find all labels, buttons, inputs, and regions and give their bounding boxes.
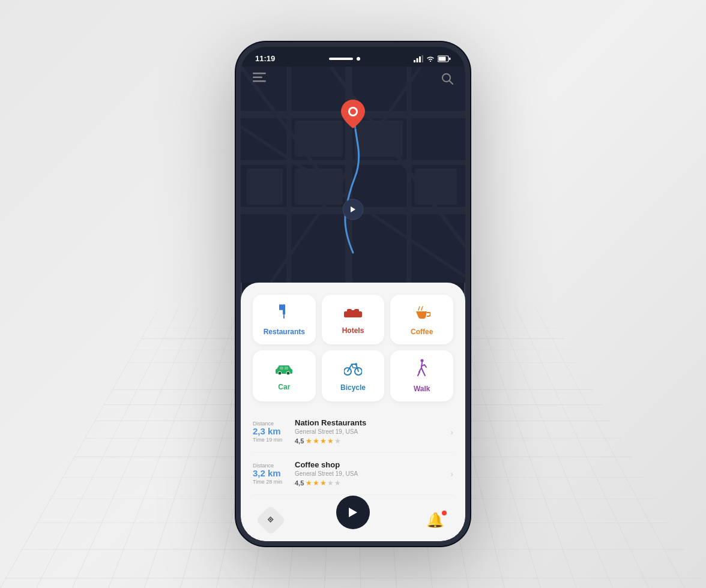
car-icon (274, 361, 294, 379)
svg-rect-35 (283, 315, 285, 319)
battery-icon (438, 55, 451, 62)
svg-point-49 (270, 518, 272, 520)
svg-point-41 (278, 371, 282, 375)
car-label: Car (278, 383, 290, 391)
map-area (241, 67, 465, 283)
menu-icon[interactable] (253, 73, 266, 87)
svg-rect-2 (419, 56, 421, 62)
category-car[interactable]: Car (253, 350, 316, 401)
coffee-label: Coffee (411, 328, 433, 336)
hotels-icon (343, 304, 363, 323)
place-name: Coffee shop (295, 460, 445, 469)
notch-bar (329, 58, 353, 60)
svg-rect-34 (281, 304, 283, 310)
star-5: ★ (334, 479, 341, 487)
phone-mockup: 11:19 (236, 42, 470, 546)
play-button[interactable] (336, 496, 370, 529)
signal-icon (414, 55, 423, 62)
phone-body: 11:19 (236, 42, 470, 546)
chevron-icon: › (445, 469, 453, 479)
route-nav-button[interactable] (259, 508, 283, 532)
star-2: ★ (313, 479, 319, 487)
svg-point-42 (286, 371, 290, 375)
category-bicycle[interactable]: Bicycle (322, 350, 385, 401)
status-bar: 11:19 (241, 47, 465, 67)
svg-point-29 (350, 109, 356, 115)
bicycle-label: Bicycle (340, 383, 366, 392)
rating-number: 4,5 (295, 479, 304, 487)
status-time: 11:19 (255, 54, 275, 63)
rating-number: 4,5 (295, 437, 304, 445)
place-address: General Street 19, USA (295, 428, 445, 435)
search-icon[interactable] (441, 73, 453, 87)
star-4: ★ (327, 437, 334, 445)
bell-nav-button[interactable]: 🔔 (423, 508, 447, 532)
stars-container: ★★★★★ (306, 479, 341, 487)
notch-dot (357, 57, 360, 61)
svg-point-48 (420, 359, 423, 362)
svg-rect-20 (415, 169, 457, 205)
place-info: Nation Restaurants General Street 19, US… (295, 418, 445, 445)
notification-badge (442, 511, 447, 515)
svg-rect-21 (247, 169, 283, 205)
place-item-coffee-shop[interactable]: Distance 3,2 km Time 28 min Coffee shop … (253, 453, 453, 495)
bicycle-icon (344, 360, 362, 380)
svg-rect-23 (253, 77, 262, 79)
place-address: General Street 19, USA (295, 470, 445, 477)
distance-value: 3,2 km (253, 469, 289, 479)
phone-screen: 11:19 (241, 47, 465, 541)
svg-rect-19 (295, 169, 343, 205)
bell-wrapper: 🔔 (426, 512, 444, 529)
place-distance: Distance 3,2 km Time 28 min (253, 463, 295, 485)
svg-rect-3 (422, 55, 424, 62)
category-coffee[interactable]: Coffee (390, 295, 453, 344)
star-1: ★ (306, 437, 312, 445)
coffee-icon (414, 303, 430, 324)
svg-rect-0 (414, 60, 415, 62)
wifi-icon (426, 55, 435, 62)
category-restaurants[interactable]: Restaurants (253, 295, 316, 344)
bell-icon: 🔔 (426, 512, 444, 528)
place-rating: 4,5 ★★★★★ (295, 437, 445, 445)
svg-rect-17 (295, 121, 343, 157)
map-topbar (241, 73, 465, 87)
category-walk[interactable]: Walk (390, 350, 453, 401)
restaurants-label: Restaurants (264, 328, 305, 336)
place-distance: Distance 2,3 km Time 19 min (253, 421, 295, 443)
place-info: Coffee shop General Street 19, USA 4,5 ★… (295, 460, 445, 487)
place-name: Nation Restaurants (295, 418, 445, 427)
current-location-indicator (342, 199, 364, 223)
svg-line-26 (450, 81, 453, 85)
hotels-label: Hotels (342, 326, 364, 335)
svg-rect-6 (449, 58, 451, 60)
walk-label: Walk (414, 385, 430, 393)
category-grid: Restaurants Hotels Coffee Car Bicycle (253, 295, 453, 401)
svg-rect-44 (285, 367, 288, 370)
place-list: Distance 2,3 km Time 19 min Nation Resta… (253, 411, 453, 495)
svg-rect-39 (351, 310, 355, 314)
star-4: ★ (327, 479, 334, 487)
svg-rect-22 (253, 73, 266, 74)
svg-rect-24 (253, 80, 266, 82)
svg-rect-1 (417, 58, 418, 62)
svg-rect-5 (439, 56, 446, 61)
walk-icon (415, 359, 429, 381)
star-3: ★ (320, 479, 327, 487)
stars-container: ★★★★★ (306, 437, 341, 445)
place-item-nation-restaurants[interactable]: Distance 2,3 km Time 19 min Nation Resta… (253, 411, 453, 453)
place-rating: 4,5 ★★★★★ (295, 479, 445, 487)
chevron-icon: › (445, 427, 453, 437)
nav-diamond (256, 505, 286, 536)
status-notch (329, 57, 360, 61)
distance-value: 2,3 km (253, 427, 289, 437)
restaurants-icon (276, 303, 292, 324)
status-icons (414, 55, 451, 62)
svg-point-47 (355, 363, 357, 365)
star-5: ★ (334, 437, 341, 445)
category-hotels[interactable]: Hotels (322, 295, 385, 344)
star-2: ★ (313, 437, 319, 445)
bottom-sheet: Restaurants Hotels Coffee Car Bicycle (241, 283, 465, 541)
map-background (241, 67, 465, 283)
star-3: ★ (320, 437, 327, 445)
time-label: Time 19 min (253, 437, 289, 443)
